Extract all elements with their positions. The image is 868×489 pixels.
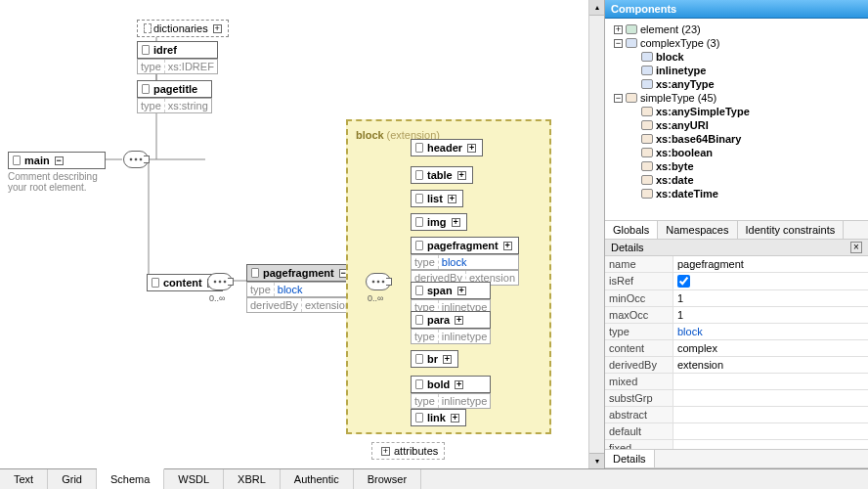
view-tab-text[interactable]: Text xyxy=(0,469,48,489)
type-glyph-icon xyxy=(641,148,653,157)
view-tab-wsdl[interactable]: WSDL xyxy=(164,469,224,489)
element-pagefragment[interactable]: pagefragment− xyxy=(246,264,355,282)
element-pagefragment[interactable]: pagefragment+ xyxy=(411,237,519,254)
element-bold[interactable]: bold+ xyxy=(411,376,491,393)
expand-icon[interactable]: + xyxy=(452,218,460,227)
schema-canvas[interactable]: main− Comment describing your root eleme… xyxy=(0,0,604,468)
element-header[interactable]: header+ xyxy=(411,139,483,156)
component-tabs: GlobalsNamespacesIdentity constraints xyxy=(605,220,868,240)
details-row[interactable]: default xyxy=(605,423,868,440)
element-comment: Comment describing your root element. xyxy=(8,171,106,193)
type-glyph-icon xyxy=(641,107,653,116)
details-row[interactable]: abstract xyxy=(605,407,868,423)
isref-checkbox[interactable] xyxy=(677,275,690,288)
type-glyph-icon xyxy=(641,79,653,89)
element-span[interactable]: span+ xyxy=(411,282,491,299)
occurrence-label: 0..∞ xyxy=(209,293,225,303)
scroll-down-button[interactable]: ▾ xyxy=(589,453,604,468)
tree-item[interactable]: xs:anySimpleType xyxy=(611,105,862,118)
tree-item[interactable]: +element (23) xyxy=(611,22,862,36)
components-tree[interactable]: +element (23)−complexType (3)blockinline… xyxy=(605,19,868,220)
expand-icon[interactable]: + xyxy=(381,447,390,456)
type-glyph-icon xyxy=(641,134,653,144)
tree-item[interactable]: xs:anyURI xyxy=(611,118,862,132)
expand-icon[interactable]: + xyxy=(455,316,463,325)
element-table[interactable]: table+ xyxy=(411,166,473,184)
type-glyph-icon xyxy=(641,189,653,199)
type-glyph-icon xyxy=(626,38,637,48)
view-tab-grid[interactable]: Grid xyxy=(48,469,97,489)
type-glyph-icon xyxy=(641,120,653,130)
view-tabs: TextGridSchemaWSDLXBRLAuthenticBrowser xyxy=(0,468,868,489)
type-glyph-icon xyxy=(626,24,637,34)
type-glyph-icon xyxy=(641,66,653,75)
expand-icon[interactable]: + xyxy=(213,24,222,33)
tree-toggle-icon[interactable]: + xyxy=(614,25,623,34)
expand-icon[interactable]: + xyxy=(443,355,452,364)
element-pagetitle[interactable]: pagetitle xyxy=(137,80,212,98)
tree-toggle-icon[interactable]: − xyxy=(614,39,623,48)
element-para[interactable]: para+ xyxy=(411,311,491,329)
tree-item[interactable]: xs:boolean xyxy=(611,146,862,159)
tree-item[interactable]: block xyxy=(611,50,862,64)
attributes-node[interactable]: +attributes xyxy=(371,442,445,460)
view-tab-xbrl[interactable]: XBRL xyxy=(224,469,281,489)
details-row[interactable]: maxOcc1 xyxy=(605,307,868,324)
sequence-compositor[interactable] xyxy=(207,273,233,290)
expand-icon[interactable]: + xyxy=(457,287,466,295)
expand-icon[interactable]: + xyxy=(448,195,456,203)
expand-icon[interactable]: + xyxy=(451,414,459,422)
view-tab-browser[interactable]: Browser xyxy=(354,469,421,489)
tab-namespaces[interactable]: Namespaces xyxy=(658,221,737,239)
details-row[interactable]: isRef xyxy=(605,273,868,291)
tab-identity-constraints[interactable]: Identity constraints xyxy=(738,221,845,239)
details-row[interactable]: derivedByextension xyxy=(605,357,868,374)
close-icon[interactable]: × xyxy=(850,242,862,253)
type-glyph-icon xyxy=(641,52,653,62)
details-grid[interactable]: namepagefragmentisRefminOcc1maxOcc1typeb… xyxy=(605,256,868,450)
tree-toggle-icon[interactable]: − xyxy=(614,94,623,103)
view-tab-authentic[interactable]: Authentic xyxy=(281,469,354,489)
expand-icon[interactable]: + xyxy=(457,171,466,180)
expand-icon[interactable]: + xyxy=(503,242,512,250)
element-list[interactable]: list+ xyxy=(411,190,463,207)
type-glyph-icon xyxy=(641,161,653,171)
details-row[interactable]: minOcc1 xyxy=(605,290,868,307)
tree-item[interactable]: inlinetype xyxy=(611,64,862,77)
element-main[interactable]: main− xyxy=(8,152,106,169)
expand-icon[interactable]: + xyxy=(455,380,463,389)
expand-icon[interactable]: − xyxy=(55,156,64,165)
details-row[interactable]: fixed xyxy=(605,440,868,449)
sequence-compositor[interactable] xyxy=(366,273,391,290)
tree-item[interactable]: xs:base64Binary xyxy=(611,132,862,146)
element-img[interactable]: img+ xyxy=(411,213,467,231)
sequence-compositor[interactable] xyxy=(123,151,149,168)
view-tab-schema[interactable]: Schema xyxy=(97,468,164,489)
tree-item[interactable]: −complexType (3) xyxy=(611,36,862,50)
element-br[interactable]: br+ xyxy=(411,350,458,368)
vertical-scrollbar[interactable]: ▴ ▾ xyxy=(588,0,604,468)
details-row[interactable]: namepagefragment xyxy=(605,256,868,273)
type-glyph-icon xyxy=(626,93,637,103)
tree-item[interactable]: xs:anyType xyxy=(611,77,862,91)
element-link[interactable]: link+ xyxy=(411,409,466,426)
tree-item[interactable]: −simpleType (45) xyxy=(611,91,862,105)
details-row[interactable]: substGrp xyxy=(605,390,868,407)
details-row[interactable]: typeblock xyxy=(605,324,868,340)
tree-item[interactable]: xs:byte xyxy=(611,159,862,173)
expand-icon[interactable]: + xyxy=(467,144,476,153)
tree-item[interactable]: xs:date xyxy=(611,173,862,187)
occurrence-label: 0..∞ xyxy=(368,293,383,303)
tab-globals[interactable]: Globals xyxy=(605,221,658,239)
type-glyph-icon xyxy=(641,175,653,185)
details-row[interactable]: mixed xyxy=(605,374,868,390)
tree-item[interactable]: xs:dateTime xyxy=(611,187,862,200)
details-footer-tab[interactable]: Details xyxy=(605,450,655,467)
element-idref[interactable]: idref xyxy=(137,41,218,59)
details-header: Details xyxy=(611,242,644,253)
details-row[interactable]: contentcomplex xyxy=(605,340,868,357)
element-dictionaries[interactable]: dictionaries+ xyxy=(137,20,229,37)
scroll-up-button[interactable]: ▴ xyxy=(589,0,604,16)
components-panel-header: Components xyxy=(605,0,868,19)
